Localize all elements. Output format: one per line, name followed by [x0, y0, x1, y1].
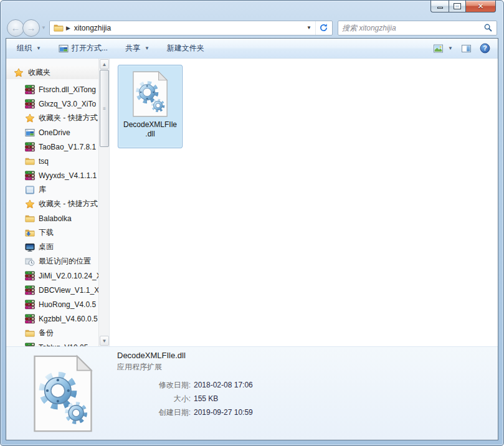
share-button[interactable]: 共享 ▼	[121, 40, 154, 57]
close-button[interactable]: ✕	[465, 1, 496, 12]
sidebar-item[interactable]: Glxzq_V3.0_XiTo	[6, 97, 109, 111]
sidebar-scrollbar[interactable]: ▲ ≡ ▼	[98, 59, 109, 346]
rar-icon	[25, 300, 35, 310]
navigation-row: ← → ▼ ▶ xitongzhijia ▼	[6, 19, 498, 38]
sidebar-item-label: 最近访问的位置	[39, 256, 91, 267]
preview-pane-button[interactable]	[460, 42, 473, 55]
sidebar-item[interactable]: Balabolka	[6, 211, 109, 225]
sidebar-item[interactable]: Kgzbbl_V4.60.0.5	[6, 311, 109, 326]
file-list-area[interactable]: DecodeXMLFIle .dll	[110, 59, 498, 346]
sidebar-item[interactable]: 收藏夹 - 快捷方式	[6, 111, 109, 125]
open-with-button[interactable]: 打开方式...	[54, 40, 112, 57]
sidebar-item-label: 备份	[39, 328, 54, 338]
details-dll-file-icon	[31, 350, 95, 437]
sidebar-item-label: Kgzbbl_V4.60.0.5	[39, 315, 98, 323]
libraries-icon	[25, 185, 35, 195]
breadcrumb-path[interactable]: xitongzhijia	[74, 24, 303, 32]
back-arrow-icon: ←	[11, 22, 21, 33]
sidebar-item[interactable]: JiMi_V2.0.10.24_X	[6, 268, 109, 283]
help-icon	[480, 43, 490, 54]
search-input[interactable]	[342, 24, 483, 32]
help-button[interactable]	[478, 41, 492, 55]
sidebar-item-label: 桌面	[39, 242, 54, 252]
change-view-button[interactable]: ▼	[432, 42, 454, 55]
rar-icon	[25, 142, 35, 152]
sidebar-item[interactable]: Ftsrch.dll_XiTong	[6, 82, 109, 97]
sidebar-item-label: OneDrive	[39, 128, 70, 137]
rar-icon	[25, 171, 35, 181]
scrollbar-thumb[interactable]: ≡	[100, 70, 109, 147]
window-icon	[25, 128, 35, 138]
sidebar-item-label: 收藏夹 - 快捷方式	[39, 199, 98, 209]
sidebar-item[interactable]: 收藏夹 - 快捷方式	[6, 197, 109, 211]
sidebar-item[interactable]: tsq	[6, 154, 109, 168]
views-caret-icon: ▼	[448, 45, 453, 51]
sidebar-item[interactable]: 桌面	[6, 240, 109, 254]
sidebar-item-label: Glxzq_V3.0_XiTo	[39, 100, 96, 108]
sidebar-item[interactable]: 最近访问的位置	[6, 254, 109, 268]
scroll-up-icon[interactable]: ▲	[100, 59, 109, 69]
rar-icon	[25, 314, 35, 324]
desktop-icon	[25, 242, 35, 252]
navigation-pane: 收藏夹 Ftsrch.dll_XiTong Glxzq_V3.0_XiTo 收藏…	[6, 59, 110, 346]
sidebar-item-label: JiMi_V2.0.10.24_X	[39, 272, 102, 280]
rar-icon	[25, 271, 35, 281]
sidebar-item[interactable]: TaoBao_V1.7.8.1	[6, 140, 109, 154]
recent-pages-chevron[interactable]: ▼	[41, 25, 46, 31]
details-file-type: 应用程序扩展	[117, 362, 253, 372]
organize-label: 组织	[17, 43, 32, 54]
search-box[interactable]	[338, 21, 497, 36]
new-folder-button[interactable]: 新建文件夹	[163, 40, 209, 57]
sidebar-header-favorites[interactable]: 收藏夹	[6, 66, 109, 79]
folder-download-icon	[25, 228, 35, 238]
folder-icon	[25, 156, 35, 166]
maximize-button[interactable]	[449, 1, 465, 12]
explorer-window: ✕ ← → ▼ ▶ xitongzhijia ▼ 组织 ▼	[0, 0, 504, 446]
search-icon[interactable]	[483, 23, 493, 32]
organize-button[interactable]: 组织 ▼	[12, 40, 45, 57]
scroll-down-icon[interactable]: ▼	[100, 336, 109, 346]
share-caret-icon: ▼	[145, 45, 150, 51]
file-item-selected[interactable]: DecodeXMLFIle .dll	[118, 65, 183, 148]
sidebar-item-label: HuoRong_V4.0.5	[39, 300, 96, 309]
back-button[interactable]: ←	[7, 19, 24, 37]
details-property-value: 2019-09-27 10:59	[194, 406, 253, 419]
breadcrumb-separator-icon: ▶	[66, 25, 70, 31]
folder-icon	[25, 328, 35, 338]
sidebar-item[interactable]: Wyyxds_V4.1.1.1	[6, 168, 109, 183]
recent-icon	[25, 257, 35, 267]
sidebar-item[interactable]: 备份	[6, 326, 109, 340]
caption-buttons: ✕	[430, 1, 496, 12]
details-property-label: 大小:	[117, 392, 191, 406]
address-bar[interactable]: ▶ xitongzhijia ▼	[49, 21, 333, 36]
details-property-value: 155 KB	[194, 392, 253, 406]
address-dropdown-icon[interactable]: ▼	[303, 25, 315, 31]
sidebar-item[interactable]: 下载	[6, 225, 109, 240]
refresh-button[interactable]	[315, 21, 332, 35]
dll-file-icon	[131, 70, 169, 118]
rar-icon	[25, 285, 35, 295]
client-area: 组织 ▼ 打开方式... 共享 ▼ 新建文件夹 ▼	[6, 38, 498, 440]
sidebar-item[interactable]: 库	[6, 183, 109, 197]
favorites-label: 收藏夹	[28, 67, 50, 78]
title-bar[interactable]: ✕	[6, 1, 498, 19]
open-with-icon	[59, 44, 69, 54]
body-area: 收藏夹 Ftsrch.dll_XiTong Glxzq_V3.0_XiTo 收藏…	[6, 59, 498, 346]
sidebar-item[interactable]: OneDrive	[6, 125, 109, 140]
sidebar-item-label: 下载	[39, 227, 54, 238]
sidebar-item-label: Balabolka	[39, 214, 72, 223]
sidebar-item[interactable]: Tablxq_V10.05	[6, 340, 109, 346]
sidebar-item-label: 库	[39, 184, 46, 195]
sidebar-item-label: Ftsrch.dll_XiTong	[39, 85, 96, 94]
forward-arrow-icon: →	[27, 22, 36, 33]
sidebar-item-label: DBCView_V1.1_X	[39, 286, 99, 295]
minimize-icon	[437, 7, 443, 9]
rar-icon	[25, 85, 35, 95]
minimize-button[interactable]	[430, 1, 449, 12]
details-file-name: DecodeXMLFIle.dll	[117, 351, 253, 360]
sidebar-item[interactable]: DBCView_V1.1_X	[6, 283, 109, 297]
maximize-icon	[454, 4, 460, 9]
views-icon	[433, 44, 444, 54]
sidebar-item[interactable]: HuoRong_V4.0.5	[6, 297, 109, 311]
forward-button[interactable]: →	[22, 19, 40, 37]
